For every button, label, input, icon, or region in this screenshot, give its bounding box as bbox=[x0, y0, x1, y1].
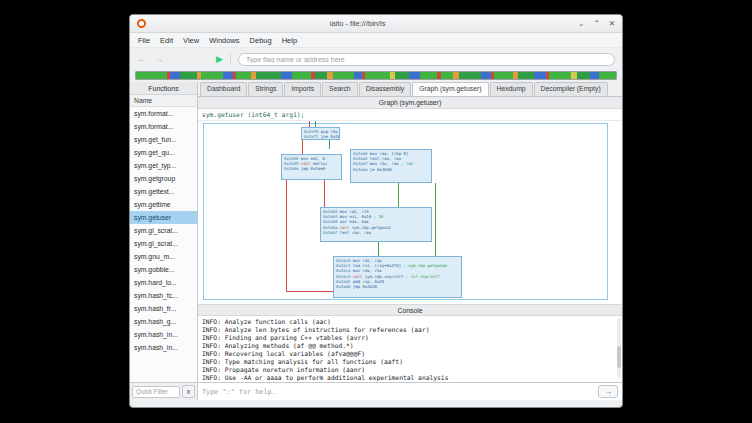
tab-graph-sym-getuser[interactable]: Graph (sym.getuser) bbox=[412, 82, 488, 96]
console-command-input[interactable] bbox=[202, 388, 594, 396]
tab-disassembly[interactable]: Disassembly bbox=[359, 82, 412, 96]
function-list-item[interactable]: sym.hash_g... bbox=[130, 315, 197, 328]
menu-debug[interactable]: Debug bbox=[245, 35, 277, 46]
function-list-item[interactable]: sym.gl_scrat... bbox=[130, 237, 197, 250]
memory-segment bbox=[333, 72, 354, 79]
clear-filter-button[interactable]: x bbox=[182, 385, 195, 398]
memory-segment bbox=[236, 72, 251, 79]
tab-dashboard[interactable]: Dashboard bbox=[200, 82, 247, 96]
functions-panel: Functions Name sym.format...sym.format..… bbox=[130, 82, 198, 382]
window-title: iaito - file:///bin/ls bbox=[151, 19, 564, 28]
console-line: INFO: Propagate noreturn information (aa… bbox=[202, 366, 612, 374]
close-button[interactable]: ✕ bbox=[609, 20, 615, 28]
memory-segment bbox=[441, 72, 452, 79]
function-list-item[interactable]: sym.gettime bbox=[130, 198, 197, 211]
console-output: INFO: Analyze function calls (aac)INFO: … bbox=[202, 318, 612, 382]
console-input-row: → bbox=[198, 383, 622, 400]
graph-node-line: 0x3ad6 jmp 0x3b20 bbox=[336, 284, 459, 289]
graph-edge bbox=[378, 242, 379, 256]
function-list-item[interactable]: sym.hash_in... bbox=[130, 341, 197, 354]
bottom-bar: x → bbox=[130, 382, 622, 400]
function-list-item[interactable]: sym.format... bbox=[130, 120, 197, 133]
console-line: INFO: Use -AA or aaaa to perform additio… bbox=[202, 374, 612, 382]
maximize-button[interactable]: ⌃ bbox=[593, 20, 599, 28]
function-list-item[interactable]: sym.gettext... bbox=[130, 185, 197, 198]
quick-filter-input[interactable] bbox=[132, 386, 180, 398]
app-icon bbox=[137, 19, 146, 28]
console-panel: INFO: Analyze function calls (aac)INFO: … bbox=[198, 316, 622, 382]
console-line: INFO: Analyze function calls (aac) bbox=[202, 318, 612, 326]
memory-map-strip[interactable] bbox=[135, 71, 617, 80]
console-scrollbar-thumb[interactable] bbox=[617, 346, 621, 368]
memory-segment bbox=[481, 72, 490, 79]
memory-segment bbox=[459, 72, 482, 79]
tab-search[interactable]: Search bbox=[322, 82, 358, 96]
forward-icon[interactable]: → bbox=[154, 54, 164, 64]
memory-segment bbox=[534, 72, 546, 79]
memory-segment bbox=[170, 72, 180, 79]
function-list-item[interactable]: sym.getgroup bbox=[130, 172, 197, 185]
graph-edge bbox=[329, 140, 330, 149]
memory-segment bbox=[315, 72, 327, 79]
continue-icon[interactable]: ▶ bbox=[216, 55, 223, 64]
back-icon[interactable]: ← bbox=[137, 54, 147, 64]
memory-segment bbox=[201, 72, 224, 79]
console-line: INFO: Recovering local variables (afva@@… bbox=[202, 350, 612, 358]
console-submit-button[interactable]: → bbox=[598, 385, 618, 398]
memory-segment bbox=[518, 72, 533, 79]
memory-segment bbox=[256, 72, 281, 79]
graph-panel-title: Graph (sym.getuser) bbox=[198, 97, 622, 109]
tab-hexdump[interactable]: Hexdump bbox=[490, 82, 533, 96]
memory-segment bbox=[494, 72, 514, 79]
address-search-input[interactable] bbox=[238, 53, 615, 66]
menu-windows[interactable]: Windows bbox=[204, 35, 244, 46]
function-list-item[interactable]: sym.hash_fr... bbox=[130, 302, 197, 315]
graph-node[interactable]: 0x3ab0 mov rdi, r140x3ab3 mov esi, 0x10 … bbox=[320, 207, 432, 242]
graph-edge bbox=[286, 180, 287, 291]
function-list-item[interactable]: sym.gobble... bbox=[130, 263, 197, 276]
function-list-item[interactable]: sym.gnu_m... bbox=[130, 250, 197, 263]
functions-panel-title: Functions bbox=[130, 82, 197, 95]
memory-segment bbox=[292, 72, 311, 79]
memory-segment bbox=[136, 72, 167, 79]
function-list-item[interactable]: sym.get_fun... bbox=[130, 133, 197, 146]
tab-strings[interactable]: Strings bbox=[248, 82, 283, 96]
function-list-item[interactable]: sym.getuser bbox=[130, 211, 197, 224]
memory-segment bbox=[281, 72, 292, 79]
menu-view[interactable]: View bbox=[178, 35, 204, 46]
console-scrollbar[interactable] bbox=[617, 318, 621, 378]
app-window: iaito - file:///bin/ls ⌄⌃✕ FileEditViewW… bbox=[129, 14, 623, 408]
function-list-item[interactable]: sym.format... bbox=[130, 107, 197, 120]
memory-segment bbox=[577, 72, 590, 79]
memory-segment bbox=[420, 72, 437, 79]
graph-canvas[interactable]: 0x3a70 pop rbx0x3a71 jne 0x3b400x3a90 mo… bbox=[198, 121, 622, 304]
function-list-item[interactable]: sym.gl_scrat... bbox=[130, 224, 197, 237]
menu-file[interactable]: File bbox=[133, 35, 155, 46]
graph-node[interactable]: 0x3ac0 mov rdi, rax0x3ac3 lea rsi, [rip+… bbox=[333, 256, 462, 298]
graph-edge bbox=[286, 291, 333, 292]
minimize-button[interactable]: ⌄ bbox=[578, 20, 584, 28]
tab-imports[interactable]: Imports bbox=[284, 82, 321, 96]
console-panel-title: Console bbox=[198, 304, 622, 316]
quick-filter: x bbox=[130, 383, 198, 400]
function-list-item[interactable]: sym.get_typ... bbox=[130, 159, 197, 172]
memory-segment bbox=[599, 72, 616, 79]
memory-segment bbox=[365, 72, 390, 79]
graph-node[interactable]: 0x3a90 mov edi, 80x3a95 call malloc0x3a9… bbox=[281, 154, 342, 180]
menu-help[interactable]: Help bbox=[277, 35, 302, 46]
graph-node[interactable]: 0x3aa0 mov rax, [rbp-8]0x3aa4 test rax, … bbox=[350, 149, 432, 183]
graph-node-line: 0x3a71 jne 0x3b40 bbox=[304, 134, 337, 139]
function-list-item[interactable]: sym.hash_in... bbox=[130, 328, 197, 341]
function-list-item[interactable]: sym.hash_fc... bbox=[130, 289, 197, 302]
menu-edit[interactable]: Edit bbox=[155, 35, 178, 46]
memory-segment bbox=[395, 72, 409, 79]
function-list-item[interactable]: sym.get_qu... bbox=[130, 146, 197, 159]
titlebar[interactable]: iaito - file:///bin/ls ⌄⌃✕ bbox=[130, 15, 622, 33]
name-column-header[interactable]: Name bbox=[130, 95, 197, 107]
tab-decompiler-empty[interactable]: Decompiler (Empty) bbox=[534, 82, 608, 96]
memory-segment bbox=[354, 72, 362, 79]
graph-node[interactable]: 0x3a70 pop rbx0x3a71 jne 0x3b40 bbox=[301, 127, 340, 140]
function-list-item[interactable]: sym.hard_lo... bbox=[130, 276, 197, 289]
menubar: FileEditViewWindowsDebugHelp bbox=[130, 33, 622, 48]
content: Functions Name sym.format...sym.format..… bbox=[130, 82, 622, 382]
